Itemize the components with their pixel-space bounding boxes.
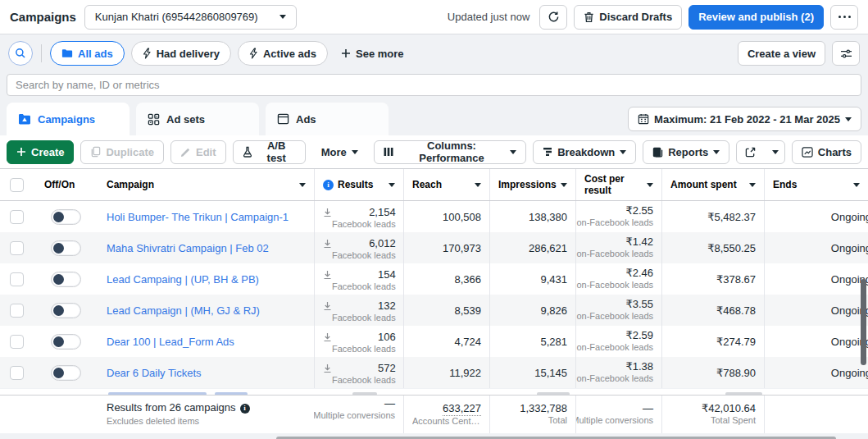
export-icon — [745, 147, 756, 158]
refresh-button[interactable] — [539, 5, 567, 30]
plus-icon — [341, 48, 351, 58]
filter-pill-all-ads[interactable]: All ads — [50, 41, 125, 66]
export-options-button[interactable] — [764, 141, 784, 163]
clipped-row — [0, 388, 868, 395]
search-input[interactable] — [7, 74, 861, 96]
filter-settings-button[interactable] — [832, 41, 860, 66]
bolt-icon — [143, 48, 152, 59]
tab-campaigns[interactable]: Campaigns — [7, 103, 130, 135]
updated-status: Updated just now — [448, 11, 529, 23]
select-all-checkbox[interactable] — [10, 178, 24, 192]
chevron-down-icon — [713, 150, 720, 154]
campaign-name-link[interactable]: Lead Campaing | (UP, BH & PB) — [107, 273, 259, 286]
chart-icon — [802, 147, 813, 158]
ends-value: Ongoing — [831, 211, 868, 223]
toggle-knob — [53, 305, 64, 316]
ends-value: Ongoing — [831, 367, 868, 379]
column-results[interactable]: iResults — [314, 169, 403, 200]
pencil-icon — [180, 147, 191, 158]
row-checkbox[interactable] — [10, 335, 24, 349]
account-name: Kunjan Khatri (695442860809769) — [95, 11, 258, 23]
campaign-toggle[interactable] — [51, 209, 81, 225]
column-amount-spent[interactable]: Amount spent — [661, 169, 764, 200]
download-icon — [323, 364, 332, 373]
filter-bar: All ads Had delivery Active ads See more… — [0, 34, 868, 72]
summary-title: Results from 26 campaigns — [107, 401, 236, 415]
ends-value: Ongoing — [831, 242, 868, 254]
column-cost-per-result[interactable]: Cost per result — [575, 169, 661, 200]
tab-ad-sets[interactable]: Ad sets — [136, 103, 259, 135]
bolt-icon — [249, 48, 258, 59]
reports-icon — [652, 147, 663, 158]
search-filter-button[interactable] — [8, 41, 33, 66]
content-panel: Create Duplicate Edit A/B test More — [0, 135, 868, 433]
charts-button[interactable]: Charts — [792, 140, 861, 164]
columns-button[interactable]: Columns: Performance — [374, 140, 526, 164]
toggle-knob — [53, 336, 64, 347]
summary-subtitle: Excludes deleted items — [107, 415, 250, 427]
review-publish-button[interactable]: Review and publish (2) — [688, 5, 824, 30]
campaign-name-link[interactable]: Holi Bumper- The Trikun | Campaign-1 — [107, 211, 289, 223]
sort-caret-icon — [853, 183, 860, 187]
campaign-name-link[interactable]: Lead Campaign | (MH, GJ & RJ) — [107, 304, 260, 317]
row-checkbox[interactable] — [10, 210, 24, 224]
sort-caret-icon — [749, 183, 756, 187]
vertical-scrollbar-thumb[interactable] — [861, 279, 866, 365]
campaign-toggle[interactable] — [51, 272, 81, 287]
breakdown-button[interactable]: Breakdown — [533, 140, 636, 164]
trash-icon — [584, 11, 594, 23]
download-icon — [323, 270, 332, 280]
flask-icon — [243, 146, 252, 158]
toggle-knob — [53, 274, 64, 285]
reports-button[interactable]: Reports — [643, 140, 729, 164]
horizontal-scrollbar — [0, 433, 868, 439]
calendar-icon — [638, 113, 649, 125]
more-menu-button[interactable]: More — [312, 140, 367, 164]
campaign-toggle[interactable] — [51, 365, 81, 381]
column-impressions[interactable]: Impressions — [489, 169, 575, 200]
column-reach[interactable]: Reach — [403, 169, 489, 200]
download-icon — [323, 332, 332, 342]
duplicate-button[interactable]: Duplicate — [80, 140, 164, 164]
campaign-name-link[interactable]: Maha Shivratri Campaign | Feb 02 — [107, 242, 269, 254]
chevron-down-icon — [620, 150, 626, 154]
export-button[interactable] — [737, 141, 764, 163]
create-view-button[interactable]: Create a view — [738, 41, 825, 66]
discard-drafts-button[interactable]: Discard Drafts — [574, 5, 682, 30]
campaign-toggle[interactable] — [51, 240, 81, 256]
account-selector[interactable]: Kunjan Khatri (695442860809769) — [84, 5, 297, 30]
table-row: Dear 6 Daily Tickets572Facebook leads11,… — [0, 357, 868, 388]
row-checkbox[interactable] — [10, 304, 24, 318]
reach-total[interactable]: 633,227 — [443, 402, 481, 416]
sort-caret-icon — [561, 183, 567, 187]
row-checkbox[interactable] — [10, 272, 24, 286]
more-options-button[interactable] — [830, 5, 858, 30]
date-range-label: Maximum: 21 Feb 2022 - 21 Mar 2025 — [654, 113, 840, 126]
filter-pill-active-ads[interactable]: Active ads — [238, 41, 328, 66]
row-checkbox[interactable] — [10, 241, 24, 255]
download-icon — [323, 208, 332, 217]
search-icon — [15, 48, 26, 59]
ab-test-button[interactable]: A/B test — [233, 140, 306, 164]
filter-pill-had-delivery[interactable]: Had delivery — [131, 41, 231, 66]
campaign-toggle[interactable] — [51, 303, 81, 318]
row-checkbox[interactable] — [10, 366, 24, 380]
campaign-name-link[interactable]: Dear 100 | Lead_Form Ads — [107, 336, 234, 348]
column-campaign[interactable]: Campaign — [98, 169, 314, 200]
download-icon — [323, 301, 332, 311]
campaign-toggle[interactable] — [51, 334, 81, 350]
tab-ads[interactable]: Ads — [266, 103, 389, 135]
toggle-knob — [53, 212, 64, 222]
download-icon — [323, 239, 332, 249]
info-icon[interactable]: i — [240, 404, 250, 414]
date-range-button[interactable]: Maximum: 21 Feb 2022 - 21 Mar 2025 — [628, 107, 861, 131]
campaign-name-link[interactable]: Dear 6 Daily Tickets — [107, 367, 202, 379]
column-ends[interactable]: Ends — [764, 169, 868, 200]
toggle-knob — [53, 243, 64, 254]
header-bar: Campaigns Kunjan Khatri (695442860809769… — [0, 0, 868, 34]
see-more-button[interactable]: See more — [334, 48, 411, 60]
table-row: Dear 100 | Lead_Form Ads106Facebook lead… — [0, 326, 868, 357]
edit-button[interactable]: Edit — [170, 140, 226, 164]
page-title: Campaigns — [10, 10, 76, 24]
create-button[interactable]: Create — [7, 140, 74, 164]
